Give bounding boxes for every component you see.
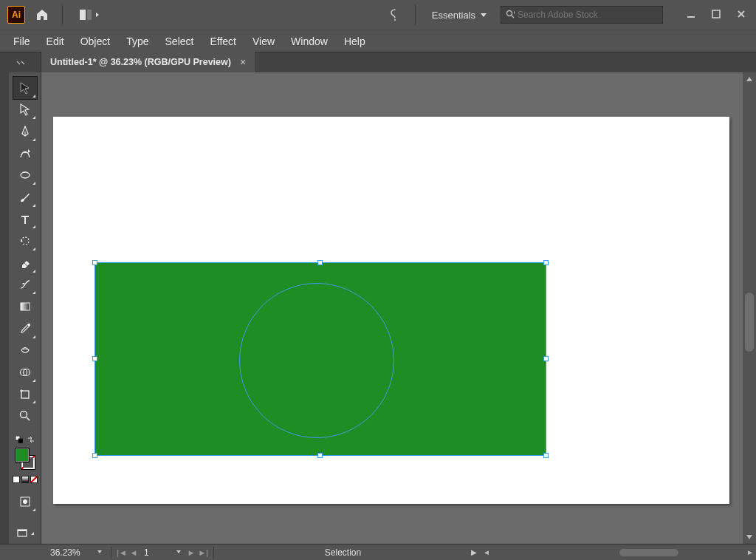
hscroll-thumb[interactable] [619,549,678,556]
scroll-up-arrow[interactable] [743,72,756,86]
svg-point-5 [507,10,512,16]
menu-window[interactable]: Window [284,33,335,50]
none-mode-icon[interactable] [30,476,38,483]
svg-marker-34 [746,77,752,81]
tool-gradient[interactable] [13,296,37,318]
home-button[interactable] [32,5,52,24]
tool-type[interactable] [13,208,37,231]
svg-marker-4 [481,13,487,17]
search-icon [506,10,515,21]
tool-blend[interactable] [13,340,37,362]
fill-stroke-swatch[interactable] [13,448,38,470]
menu-help[interactable]: Help [337,33,373,50]
tool-shape-builder[interactable] [13,361,37,383]
tool-pen[interactable] [13,120,37,143]
tool-zoom[interactable] [13,405,37,427]
tool-artboard[interactable] [13,383,37,406]
document-tab[interactable]: Untitled-1* @ 36.23% (RGB/GPU Preview) × [41,52,255,72]
svg-rect-19 [21,303,30,310]
handle-s[interactable] [317,453,323,458]
status-menu-icon[interactable]: ▶ [467,548,481,556]
artboard-number[interactable]: 1 [140,547,172,558]
search-help-icon[interactable] [385,5,405,24]
workspace-body [0,72,756,544]
close-button[interactable] [731,9,752,21]
artboard[interactable] [53,117,729,504]
hscroll-right-arrow[interactable]: ► [744,548,756,556]
app-logo-text: Ai [12,10,21,20]
draw-normal-icon[interactable] [13,491,37,513]
divider [415,5,416,24]
default-colors-icon[interactable] [16,433,23,440]
color-section [9,433,41,544]
artboard-next-icon[interactable]: ► [185,548,197,557]
handle-e[interactable] [543,356,549,361]
workspace-switcher[interactable]: Essentials [426,7,493,24]
svg-marker-36 [97,550,102,553]
chevron-down-icon [480,11,487,18]
close-tab-icon[interactable]: × [240,56,246,68]
artboard-first-icon[interactable]: |◄ [116,548,128,557]
handle-sw[interactable] [92,453,97,458]
left-gutter [0,72,9,544]
workspace-label: Essentials [432,10,475,21]
svg-marker-7 [514,11,515,14]
color-mode-icon[interactable] [13,476,20,483]
swap-colors-icon[interactable] [27,433,35,440]
svg-rect-33 [18,530,27,531]
vertical-scrollbar[interactable] [743,72,756,544]
svg-point-16 [21,172,30,178]
menu-edit[interactable]: Edit [39,33,72,50]
tool-selection[interactable] [13,77,37,99]
arrange-documents-button[interactable] [78,6,103,24]
fill-swatch[interactable] [15,448,30,462]
tool-eyedropper[interactable] [13,318,37,340]
svg-rect-20 [28,324,30,326]
handle-w[interactable] [92,356,97,361]
minimize-button[interactable] [681,9,701,21]
tool-ellipse[interactable] [13,165,37,187]
menu-type[interactable]: Type [119,33,156,50]
horizontal-scrollbar[interactable] [494,548,743,557]
handle-se[interactable] [543,453,549,458]
handle-ne[interactable] [543,260,549,265]
menu-view[interactable]: View [245,33,282,50]
document-tabbar: Untitled-1* @ 36.23% (RGB/GPU Preview) × [0,52,756,72]
titlebar: Ai Essentials [0,0,756,30]
screen-mode-button[interactable] [9,523,41,544]
tool-eraser[interactable] [13,252,37,274]
hscroll-left-arrow[interactable]: ◄ [481,548,492,556]
tool-curvature[interactable] [13,143,37,165]
tool-paintbrush[interactable] [13,186,37,208]
adobe-stock-search-input[interactable] [518,10,658,20]
svg-line-6 [512,16,514,18]
menu-object[interactable]: Object [73,33,117,50]
menu-select[interactable]: Select [158,33,202,50]
tool-width[interactable] [13,274,37,296]
vscroll-thumb[interactable] [745,293,754,352]
menu-effect[interactable]: Effect [202,33,244,50]
artboard-dropdown-icon[interactable] [172,549,185,556]
tool-panel-toggle[interactable] [0,52,41,72]
vscroll-track[interactable] [743,86,756,530]
artboard-prev-icon[interactable]: ◄ [128,548,140,557]
tool-direct-selection[interactable] [13,99,37,121]
svg-rect-0 [80,10,86,20]
selection-bounding-box[interactable] [94,262,546,456]
menu-file[interactable]: File [6,33,38,50]
tool-rotate[interactable] [13,230,37,252]
scroll-down-arrow[interactable] [743,530,756,544]
zoom-level[interactable]: 36.23% [41,547,93,558]
svg-point-31 [23,499,27,504]
zoom-dropdown-icon[interactable] [93,549,106,556]
canvas-area[interactable] [41,72,743,544]
app-window: Ai Essentials File Edi [0,0,756,560]
svg-rect-8 [687,16,695,18]
maximize-button[interactable] [706,9,726,21]
adobe-stock-search[interactable] [501,6,663,24]
gradient-mode-icon[interactable] [21,476,29,483]
svg-point-15 [24,151,26,153]
handle-n[interactable] [317,260,323,265]
artboard-last-icon[interactable]: ►| [197,548,209,557]
handle-nw[interactable] [92,260,97,265]
